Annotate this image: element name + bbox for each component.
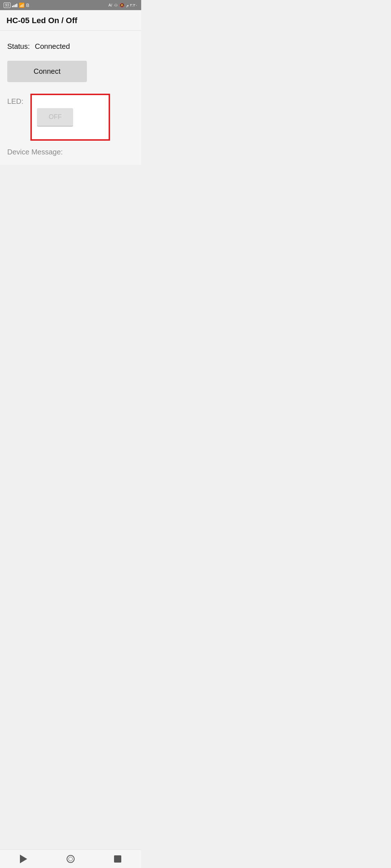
status-row: Status: Connected [7, 42, 134, 51]
app-title: HC-05 Led On / Off [7, 16, 77, 25]
status-label: Status: [7, 42, 30, 51]
main-content: Status: Connected Connect LED: OFF Devic… [0, 31, 141, 165]
device-message-row: Device Message: [7, 148, 134, 156]
led-label: LED: [7, 97, 23, 106]
status-value: Connected [35, 42, 70, 51]
led-control-box: OFF [30, 94, 110, 141]
signal-bar-4 [16, 4, 17, 7]
signal-bar-1 [12, 6, 13, 7]
signal-bar-3 [15, 4, 16, 7]
led-toggle-button[interactable]: OFF [37, 108, 73, 127]
status-bar-left: 93 📶 B [4, 3, 29, 8]
status-bar-right: A/ ⦵ 🔕 ٢:٢٠ م [108, 3, 138, 8]
led-row: LED: OFF [7, 94, 134, 141]
app-bar: HC-05 Led On / Off [0, 10, 141, 31]
battery-level: 93 [5, 3, 9, 7]
battery-icon: 93 [4, 3, 10, 8]
signal-bar-2 [13, 5, 14, 7]
lens-icon: ⦵ [114, 3, 118, 8]
font-icon: A/ [108, 3, 112, 7]
status-bar: 93 📶 B A/ ⦵ 🔕 ٢:٢٠ م [0, 0, 141, 10]
bluetooth-icon: B [26, 3, 29, 8]
time-display: ٢:٢٠ م [126, 3, 138, 8]
connect-button[interactable]: Connect [7, 61, 87, 82]
signal-bars [12, 3, 17, 7]
mute-icon: 🔕 [119, 3, 125, 8]
device-message-label: Device Message: [7, 148, 63, 156]
wifi-icon: 📶 [19, 3, 25, 8]
